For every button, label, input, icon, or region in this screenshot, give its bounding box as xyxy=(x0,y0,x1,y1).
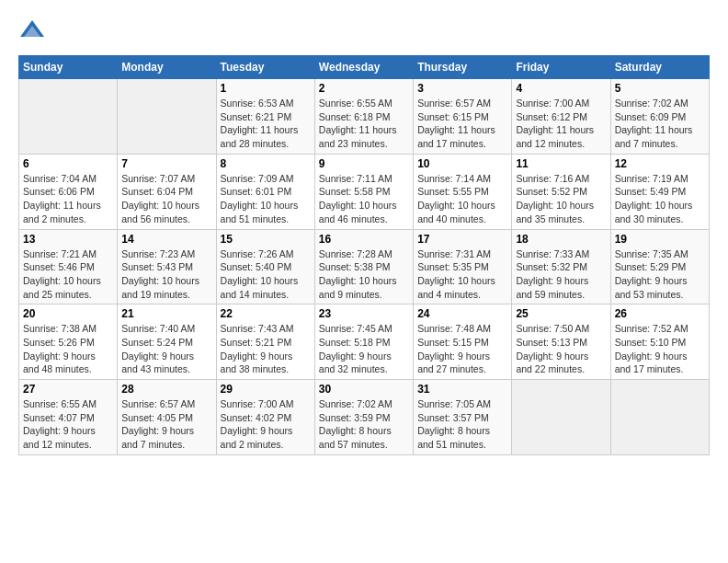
day-info: Sunrise: 6:57 AM Sunset: 6:15 PM Dayligh… xyxy=(417,97,507,151)
weekday-header: Monday xyxy=(118,56,216,79)
calendar-cell: 17Sunrise: 7:31 AM Sunset: 5:35 PM Dayli… xyxy=(414,229,512,304)
day-number: 5 xyxy=(615,82,705,95)
day-number: 27 xyxy=(23,383,113,396)
weekday-header: Friday xyxy=(512,56,610,79)
day-number: 19 xyxy=(615,233,705,246)
day-info: Sunrise: 7:02 AM Sunset: 3:59 PM Dayligh… xyxy=(319,397,409,452)
day-info: Sunrise: 7:35 AM Sunset: 5:29 PM Dayligh… xyxy=(615,247,705,302)
day-info: Sunrise: 7:28 AM Sunset: 5:38 PM Dayligh… xyxy=(319,247,409,302)
calendar-cell: 7Sunrise: 7:07 AM Sunset: 6:04 PM Daylig… xyxy=(118,154,216,229)
calendar-cell: 31Sunrise: 7:05 AM Sunset: 3:57 PM Dayli… xyxy=(414,380,512,455)
day-number: 20 xyxy=(23,307,113,320)
calendar-cell: 20Sunrise: 7:38 AM Sunset: 5:26 PM Dayli… xyxy=(19,304,118,380)
day-number: 24 xyxy=(417,307,507,320)
calendar-cell: 25Sunrise: 7:50 AM Sunset: 5:13 PM Dayli… xyxy=(512,304,610,380)
calendar-cell: 2Sunrise: 6:55 AM Sunset: 6:18 PM Daylig… xyxy=(314,79,413,155)
day-info: Sunrise: 7:02 AM Sunset: 6:09 PM Dayligh… xyxy=(615,97,705,151)
weekday-header: Sunday xyxy=(19,56,118,79)
calendar-cell: 16Sunrise: 7:28 AM Sunset: 5:38 PM Dayli… xyxy=(314,229,413,304)
day-number: 14 xyxy=(121,233,211,246)
calendar-cell xyxy=(118,79,216,155)
calendar-cell: 21Sunrise: 7:40 AM Sunset: 5:24 PM Dayli… xyxy=(118,304,216,380)
day-number: 30 xyxy=(319,383,409,396)
day-info: Sunrise: 7:38 AM Sunset: 5:26 PM Dayligh… xyxy=(23,322,113,376)
day-info: Sunrise: 7:05 AM Sunset: 3:57 PM Dayligh… xyxy=(417,397,507,452)
day-info: Sunrise: 6:57 AM Sunset: 4:05 PM Dayligh… xyxy=(121,397,211,452)
day-number: 2 xyxy=(319,82,409,95)
calendar-header: SundayMondayTuesdayWednesdayThursdayFrid… xyxy=(19,56,710,79)
calendar-cell xyxy=(19,79,118,155)
day-info: Sunrise: 7:11 AM Sunset: 5:58 PM Dayligh… xyxy=(319,172,409,226)
day-info: Sunrise: 7:00 AM Sunset: 4:02 PM Dayligh… xyxy=(221,397,311,452)
calendar-cell: 11Sunrise: 7:16 AM Sunset: 5:52 PM Dayli… xyxy=(512,154,610,229)
day-number: 7 xyxy=(121,157,211,170)
calendar-cell: 6Sunrise: 7:04 AM Sunset: 6:06 PM Daylig… xyxy=(19,154,118,229)
day-info: Sunrise: 7:33 AM Sunset: 5:32 PM Dayligh… xyxy=(516,247,606,302)
day-number: 16 xyxy=(319,233,409,246)
calendar-week-row: 27Sunrise: 6:55 AM Sunset: 4:07 PM Dayli… xyxy=(19,380,710,455)
calendar-cell: 22Sunrise: 7:43 AM Sunset: 5:21 PM Dayli… xyxy=(216,304,314,380)
calendar-cell: 8Sunrise: 7:09 AM Sunset: 6:01 PM Daylig… xyxy=(216,154,314,229)
day-number: 22 xyxy=(221,307,311,320)
calendar-cell: 29Sunrise: 7:00 AM Sunset: 4:02 PM Dayli… xyxy=(216,380,314,455)
calendar-cell: 24Sunrise: 7:48 AM Sunset: 5:15 PM Dayli… xyxy=(414,304,512,380)
day-info: Sunrise: 7:19 AM Sunset: 5:49 PM Dayligh… xyxy=(615,172,705,226)
day-info: Sunrise: 7:43 AM Sunset: 5:21 PM Dayligh… xyxy=(221,322,311,376)
day-info: Sunrise: 7:45 AM Sunset: 5:18 PM Dayligh… xyxy=(319,322,409,376)
calendar-cell: 9Sunrise: 7:11 AM Sunset: 5:58 PM Daylig… xyxy=(314,154,413,229)
day-number: 15 xyxy=(221,233,311,246)
day-number: 31 xyxy=(417,383,507,396)
calendar-cell: 1Sunrise: 6:53 AM Sunset: 6:21 PM Daylig… xyxy=(216,79,314,155)
day-info: Sunrise: 7:48 AM Sunset: 5:15 PM Dayligh… xyxy=(417,322,507,376)
page-header xyxy=(18,18,710,46)
day-info: Sunrise: 7:00 AM Sunset: 6:12 PM Dayligh… xyxy=(516,97,606,151)
day-info: Sunrise: 7:04 AM Sunset: 6:06 PM Dayligh… xyxy=(23,172,113,226)
day-number: 23 xyxy=(319,307,409,320)
calendar-week-row: 20Sunrise: 7:38 AM Sunset: 5:26 PM Dayli… xyxy=(19,304,710,380)
weekday-header: Tuesday xyxy=(216,56,314,79)
calendar-week-row: 13Sunrise: 7:21 AM Sunset: 5:46 PM Dayli… xyxy=(19,229,710,304)
day-number: 28 xyxy=(121,383,211,396)
calendar-cell: 19Sunrise: 7:35 AM Sunset: 5:29 PM Dayli… xyxy=(610,229,709,304)
calendar-cell: 23Sunrise: 7:45 AM Sunset: 5:18 PM Dayli… xyxy=(314,304,413,380)
day-number: 9 xyxy=(319,157,409,170)
day-info: Sunrise: 6:53 AM Sunset: 6:21 PM Dayligh… xyxy=(221,97,311,151)
day-info: Sunrise: 7:16 AM Sunset: 5:52 PM Dayligh… xyxy=(516,172,606,226)
day-number: 4 xyxy=(516,82,606,95)
day-number: 25 xyxy=(516,307,606,320)
logo-icon xyxy=(18,18,46,46)
calendar-cell: 3Sunrise: 6:57 AM Sunset: 6:15 PM Daylig… xyxy=(414,79,512,155)
day-info: Sunrise: 6:55 AM Sunset: 4:07 PM Dayligh… xyxy=(23,397,113,452)
calendar-cell: 14Sunrise: 7:23 AM Sunset: 5:43 PM Dayli… xyxy=(118,229,216,304)
day-number: 18 xyxy=(516,233,606,246)
day-info: Sunrise: 7:26 AM Sunset: 5:40 PM Dayligh… xyxy=(221,247,311,302)
day-number: 10 xyxy=(417,157,507,170)
day-number: 26 xyxy=(615,307,705,320)
day-number: 12 xyxy=(615,157,705,170)
calendar-body: 1Sunrise: 6:53 AM Sunset: 6:21 PM Daylig… xyxy=(19,79,710,455)
weekday-header: Thursday xyxy=(414,56,512,79)
day-number: 11 xyxy=(516,157,606,170)
day-info: Sunrise: 7:07 AM Sunset: 6:04 PM Dayligh… xyxy=(121,172,211,226)
calendar-cell: 5Sunrise: 7:02 AM Sunset: 6:09 PM Daylig… xyxy=(610,79,709,155)
calendar-cell xyxy=(512,380,610,455)
day-info: Sunrise: 7:50 AM Sunset: 5:13 PM Dayligh… xyxy=(516,322,606,376)
day-info: Sunrise: 7:31 AM Sunset: 5:35 PM Dayligh… xyxy=(417,247,507,302)
calendar-cell: 13Sunrise: 7:21 AM Sunset: 5:46 PM Dayli… xyxy=(19,229,118,304)
calendar-cell: 15Sunrise: 7:26 AM Sunset: 5:40 PM Dayli… xyxy=(216,229,314,304)
day-number: 3 xyxy=(417,82,507,95)
logo xyxy=(18,18,50,46)
day-info: Sunrise: 7:14 AM Sunset: 5:55 PM Dayligh… xyxy=(417,172,507,226)
weekday-header: Wednesday xyxy=(314,56,413,79)
day-number: 8 xyxy=(221,157,311,170)
day-info: Sunrise: 7:52 AM Sunset: 5:10 PM Dayligh… xyxy=(615,322,705,376)
calendar-cell: 30Sunrise: 7:02 AM Sunset: 3:59 PM Dayli… xyxy=(314,380,413,455)
weekday-header: Saturday xyxy=(610,56,709,79)
day-info: Sunrise: 7:23 AM Sunset: 5:43 PM Dayligh… xyxy=(121,247,211,302)
day-number: 6 xyxy=(23,157,113,170)
day-number: 1 xyxy=(221,82,311,95)
calendar-cell xyxy=(610,380,709,455)
day-info: Sunrise: 7:21 AM Sunset: 5:46 PM Dayligh… xyxy=(23,247,113,302)
day-info: Sunrise: 6:55 AM Sunset: 6:18 PM Dayligh… xyxy=(319,97,409,151)
day-number: 29 xyxy=(221,383,311,396)
